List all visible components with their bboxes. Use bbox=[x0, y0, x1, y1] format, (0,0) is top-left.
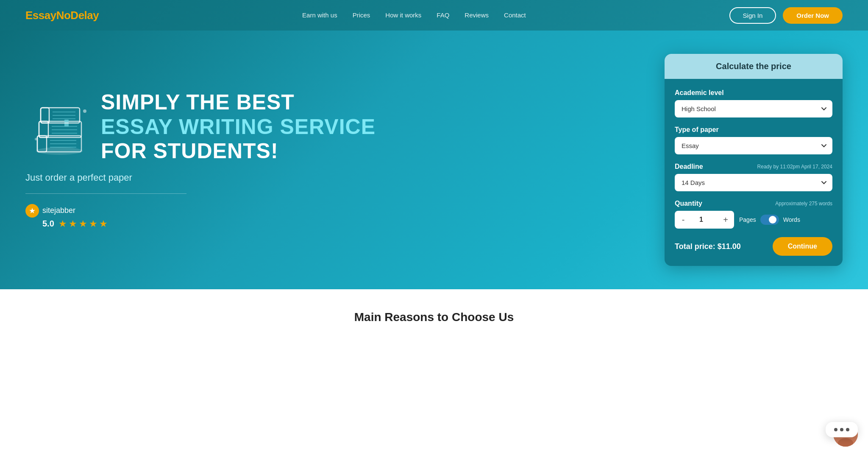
star-5: ★ bbox=[99, 218, 108, 229]
svg-point-0 bbox=[36, 147, 83, 155]
quantity-minus-button[interactable]: - bbox=[675, 211, 692, 229]
nav-reviews[interactable]: Reviews bbox=[465, 11, 489, 19]
nav-links: Earn with us Prices How it works FAQ Rev… bbox=[302, 11, 526, 19]
svg-point-21 bbox=[35, 138, 37, 140]
star-3: ★ bbox=[79, 218, 87, 229]
nav-earn[interactable]: Earn with us bbox=[302, 11, 337, 19]
deadline-field: Deadline Ready by 11:02pm April 17, 2024… bbox=[675, 163, 832, 191]
calculator-header: Calculate the price bbox=[665, 54, 843, 79]
deadline-ready-text: Ready by 11:02pm April 17, 2024 bbox=[757, 164, 832, 170]
academic-level-label: Academic level bbox=[675, 89, 832, 97]
continue-button[interactable]: Continue bbox=[773, 237, 832, 256]
calculator-card-wrapper: Calculate the price Academic level High … bbox=[665, 54, 843, 266]
nav-actions: Sign In Order Now bbox=[729, 7, 843, 24]
star-2: ★ bbox=[69, 218, 77, 229]
quantity-stepper: - + bbox=[675, 211, 734, 229]
words-label: Words bbox=[783, 216, 800, 223]
star-1: ★ bbox=[58, 218, 67, 229]
quantity-approx: Approximately 275 words bbox=[775, 201, 832, 207]
calculator-footer: Total price: $11.00 Continue bbox=[675, 237, 832, 256]
academic-level-select[interactable]: High School Undergraduate Graduate PhD bbox=[675, 100, 832, 117]
deadline-label: Deadline bbox=[675, 163, 703, 170]
quantity-input[interactable] bbox=[692, 211, 717, 229]
quantity-plus-button[interactable]: + bbox=[717, 211, 734, 229]
calculator-body: Academic level High School Undergraduate… bbox=[665, 79, 843, 266]
deadline-label-row: Deadline Ready by 11:02pm April 17, 2024 bbox=[675, 163, 832, 170]
hero-headline: SIMPLY THE BEST ESSAY WRITING SERVICE FO… bbox=[101, 90, 376, 164]
sitejabber-icon: ★ bbox=[25, 204, 39, 218]
hero-subtext: Just order a perfect paper bbox=[25, 172, 648, 183]
hero-headline-text: SIMPLY THE BEST ESSAY WRITING SERVICE FO… bbox=[101, 90, 376, 164]
stars-row: 5.0 ★ ★ ★ ★ ★ bbox=[42, 218, 108, 229]
quantity-label-row: Quantity Approximately 275 words bbox=[675, 200, 832, 207]
total-price-value: $11.00 bbox=[718, 242, 741, 251]
svg-rect-15 bbox=[41, 108, 49, 123]
paper-type-field: Type of paper Essay Research Paper Term … bbox=[675, 126, 832, 154]
calculator-card: Calculate the price Academic level High … bbox=[665, 54, 843, 266]
logo[interactable]: EssayNoDelay bbox=[25, 9, 99, 22]
books-illustration bbox=[25, 92, 93, 162]
nav-how[interactable]: How it works bbox=[385, 11, 421, 19]
sitejabber-label: sitejabber bbox=[42, 206, 75, 215]
bottom-section: Main Reasons to Choose Us bbox=[0, 289, 868, 337]
navbar: EssayNoDelay Earn with us Prices How it … bbox=[0, 0, 868, 31]
nav-contact[interactable]: Contact bbox=[504, 11, 526, 19]
quantity-field: Quantity Approximately 275 words - + Pag… bbox=[675, 200, 832, 229]
academic-level-field: Academic level High School Undergraduate… bbox=[675, 89, 832, 117]
pages-label: Pages bbox=[739, 216, 756, 223]
hero-left: SIMPLY THE BEST ESSAY WRITING SERVICE FO… bbox=[25, 90, 665, 229]
paper-type-label: Type of paper bbox=[675, 126, 832, 134]
nav-prices[interactable]: Prices bbox=[353, 11, 370, 19]
total-price-display: Total price: $11.00 bbox=[675, 242, 741, 251]
pages-words-toggle: Pages Words bbox=[739, 215, 800, 225]
deadline-select[interactable]: 14 Days 10 Days 7 Days 5 Days 3 Days 2 D… bbox=[675, 174, 832, 191]
quantity-label: Quantity bbox=[675, 200, 702, 207]
sign-in-button[interactable]: Sign In bbox=[729, 7, 776, 24]
sitejabber-badge: ★ sitejabber bbox=[25, 204, 75, 218]
svg-rect-8 bbox=[39, 121, 48, 137]
paper-type-select[interactable]: Essay Research Paper Term Paper Thesis D… bbox=[675, 137, 832, 154]
nav-faq[interactable]: FAQ bbox=[437, 11, 449, 19]
total-price-label: Total price: bbox=[675, 242, 715, 251]
pages-words-switch[interactable] bbox=[760, 215, 779, 225]
bottom-title: Main Reasons to Choose Us bbox=[25, 310, 843, 324]
order-now-button[interactable]: Order Now bbox=[783, 7, 843, 24]
quantity-row: - + Pages Words bbox=[675, 211, 832, 229]
rating-number: 5.0 bbox=[42, 219, 54, 229]
hero-section: SIMPLY THE BEST ESSAY WRITING SERVICE FO… bbox=[0, 31, 868, 289]
logo-text: EssayNoDelay bbox=[25, 9, 99, 22]
hero-divider bbox=[25, 193, 186, 194]
svg-rect-7 bbox=[39, 121, 81, 137]
svg-point-20 bbox=[83, 109, 86, 113]
star-4: ★ bbox=[89, 218, 97, 229]
sitejabber-section: ★ sitejabber 5.0 ★ ★ ★ ★ ★ bbox=[25, 204, 648, 229]
